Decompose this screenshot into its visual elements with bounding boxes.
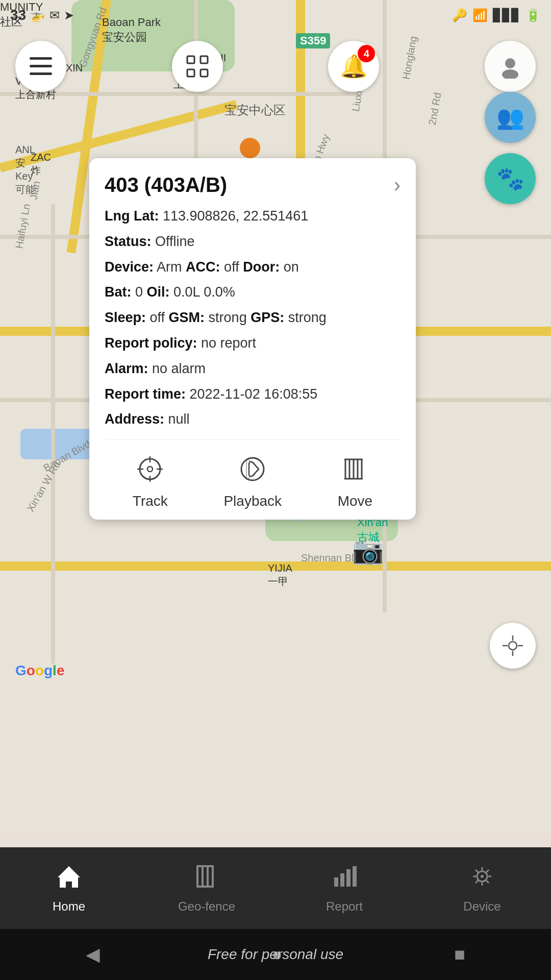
move-icon <box>341 455 369 488</box>
reporttime-label: Report time: <box>105 386 186 402</box>
card-actions: Track Playback <box>105 450 400 509</box>
drone-icon: 🚁 <box>30 8 45 22</box>
address-label: Address: <box>105 411 164 427</box>
notification-badge: 4 <box>358 45 375 62</box>
signal-icon: ▊▊▊ <box>493 8 520 22</box>
svg-rect-8 <box>187 56 194 63</box>
oil-label: Oil: <box>147 284 170 300</box>
oil-value: 0.0L 0.0% <box>173 284 235 300</box>
wifi-icon: 📶 <box>472 8 488 22</box>
haifuyi-label: Haifuyi Ln <box>12 203 33 250</box>
card-reportpolicy-row: Report policy: no report <box>105 334 400 353</box>
card-status-row: Status: Offline <box>105 232 400 252</box>
svg-point-20 <box>241 458 264 480</box>
svg-rect-35 <box>340 873 344 887</box>
nav-geofence[interactable]: Geo-fence <box>138 863 276 914</box>
menu-button[interactable] <box>15 41 66 92</box>
nav-device[interactable]: Device <box>413 863 551 914</box>
track-action[interactable]: Track <box>133 455 168 509</box>
reportpolicy-label: Report policy: <box>105 335 197 351</box>
scan-button[interactable] <box>172 41 223 92</box>
card-reporttime-row: Report time: 2022-11-02 16:08:55 <box>105 385 400 404</box>
svg-point-13 <box>502 69 518 79</box>
device-nav-label: Device <box>463 899 500 914</box>
status-value: Offline <box>155 234 195 249</box>
device-icon <box>469 863 495 895</box>
thin-road-v3 <box>51 204 55 664</box>
card-bat-row: Bat: 0 Oil: 0.0L 0.0% <box>105 283 400 302</box>
alarm-label: Alarm: <box>105 361 148 376</box>
card-chevron-icon[interactable]: › <box>394 174 400 197</box>
pet-button[interactable]: 🐾 <box>485 153 536 204</box>
gps-value: strong <box>288 310 327 325</box>
svg-point-12 <box>505 58 515 68</box>
report-icon <box>331 863 358 895</box>
playback-action[interactable]: Playback <box>223 455 282 509</box>
report-nav-label: Report <box>326 899 363 914</box>
info-card: 403 (403A/B) › Lng Lat: 113.908826, 22.5… <box>89 158 416 520</box>
sleep-value: off <box>150 310 165 325</box>
svg-rect-34 <box>334 877 338 887</box>
navigation-icon: ➤ <box>64 8 74 22</box>
right-side-buttons: 👥 🐾 <box>485 92 536 204</box>
card-divider <box>105 439 400 440</box>
svg-rect-36 <box>346 869 350 887</box>
geofence-icon <box>193 863 220 895</box>
door-value: on <box>284 259 299 275</box>
watermark: Free for personal use <box>0 929 551 980</box>
bat-value: 0 <box>135 284 143 300</box>
google-logo: Google <box>15 663 64 679</box>
playback-icon <box>239 455 266 488</box>
geofence-nav-label: Geo-fence <box>178 899 235 914</box>
notification-button[interactable]: 🔔 4 <box>328 41 379 92</box>
svg-rect-37 <box>353 866 357 887</box>
yijia-label: YIJIA一甲 <box>268 561 292 588</box>
svg-rect-7 <box>30 72 52 75</box>
home-nav-label: Home <box>53 899 85 914</box>
bottom-nav: Home Geo-fence Report <box>0 847 551 929</box>
move-label: Move <box>338 493 372 509</box>
top-controls: 🔔 4 <box>0 31 551 102</box>
status-label: Status: <box>105 234 152 249</box>
playback-label: Playback <box>223 493 282 509</box>
gsm-value: strong <box>209 310 247 325</box>
device-value: Arm <box>157 259 182 275</box>
jian-label: Jian <box>27 180 43 201</box>
battery-icon: 🔋 <box>525 8 541 22</box>
orange-marker <box>240 138 260 158</box>
status-bar: 33 🚁 ✉ ➤ 🔑 📶 ▊▊▊ 🔋 <box>0 0 551 31</box>
profile-button[interactable] <box>485 41 536 92</box>
address-value: null <box>168 411 190 427</box>
svg-rect-11 <box>201 69 208 77</box>
svg-point-15 <box>147 467 153 472</box>
location-button[interactable] <box>490 623 536 669</box>
nav-home[interactable]: Home <box>0 863 138 914</box>
gsm-label: GSM: <box>169 310 205 325</box>
baoan-center-label: 宝安中心区 <box>224 102 286 118</box>
acc-label: ACC: <box>186 259 220 275</box>
group-button[interactable]: 👥 <box>485 92 536 143</box>
nav-report[interactable]: Report <box>276 863 413 914</box>
home-icon <box>56 863 82 895</box>
card-lnglat-row: Lng Lat: 113.908826, 22.551461 <box>105 207 400 226</box>
alarm-value: no alarm <box>152 361 206 376</box>
bat-label: Bat: <box>105 284 132 300</box>
gps-label: GPS: <box>251 310 284 325</box>
svg-point-39 <box>481 875 484 878</box>
track-label: Track <box>133 493 168 509</box>
reporttime-value: 2022-11-02 16:08:55 <box>190 386 318 402</box>
move-action[interactable]: Move <box>338 455 372 509</box>
door-label: Door: <box>243 259 280 275</box>
svg-rect-6 <box>30 65 52 67</box>
reportpolicy-value: no report <box>201 335 256 351</box>
pet-icon: 🐾 <box>496 165 524 192</box>
watermark-text: Free for personal use <box>208 946 343 963</box>
lnglat-label: Lng Lat: <box>105 208 159 224</box>
message-icon: ✉ <box>49 8 60 22</box>
svg-rect-9 <box>201 56 208 63</box>
card-address-row: Address: null <box>105 410 400 429</box>
device-label: Device: <box>105 259 154 275</box>
track-icon <box>136 455 164 488</box>
group-icon: 👥 <box>496 104 524 131</box>
sleep-label: Sleep: <box>105 310 146 325</box>
